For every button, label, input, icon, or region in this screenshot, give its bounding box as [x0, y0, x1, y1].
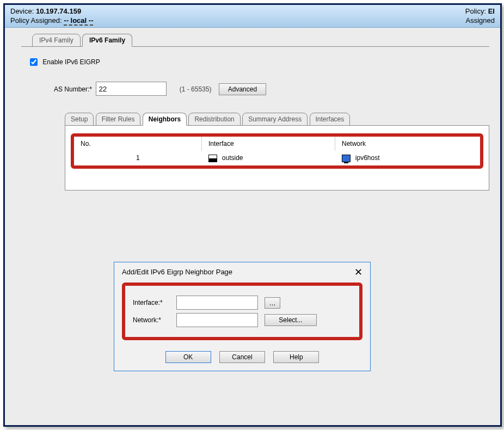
- tab-summary-address[interactable]: Summary Address: [242, 113, 308, 126]
- table-row[interactable]: 1 outside ipv6host: [74, 151, 480, 165]
- dialog-fields-highlight: Interface:* ... Network:* Select...: [122, 283, 362, 340]
- policy-assigned-label: Policy Assigned:: [10, 16, 62, 24]
- col-network: Network: [335, 137, 481, 151]
- device-label: Device:: [10, 7, 34, 15]
- policy-right-label: Policy:: [465, 7, 486, 15]
- host-icon: [342, 155, 351, 162]
- enable-eigrp-row: Enable IPv6 EIGRP: [28, 57, 489, 67]
- network-row: Network:* Select...: [133, 313, 352, 327]
- cell-interface: outside: [202, 151, 335, 165]
- family-tabs: IPv4 Family IPv6 Family: [32, 33, 489, 46]
- app-window: Device: 10.197.74.159 Policy Assigned: -…: [3, 3, 502, 427]
- inner-tabs-container: Setup Filter Rules Neighbors Redistribut…: [65, 112, 489, 191]
- work-area: IPv4 Family IPv6 Family Enable IPv6 EIGR…: [5, 28, 500, 425]
- tab-redistribution[interactable]: Redistribution: [188, 113, 240, 126]
- col-no: No.: [74, 137, 202, 151]
- help-button[interactable]: Help: [273, 351, 319, 363]
- header-right: Policy: EI Assigned: [465, 7, 495, 27]
- dialog-titlebar: Add/Edit IPv6 Eigrp Neighbor Page ✕: [114, 262, 370, 279]
- add-edit-neighbor-dialog: Add/Edit IPv6 Eigrp Neighbor Page ✕ Inte…: [114, 262, 371, 371]
- as-number-hint: (1 - 65535): [180, 85, 212, 93]
- policy-right-value: EI: [488, 7, 495, 15]
- enable-eigrp-checkbox[interactable]: [30, 58, 38, 66]
- neighbors-highlight-box: No. Interface Network 1 outside: [71, 133, 483, 169]
- port-icon: [208, 155, 217, 162]
- cell-network: ipv6host: [335, 151, 481, 165]
- neighbors-panel: No. Interface Network 1 outside: [65, 125, 489, 191]
- tab-interfaces[interactable]: Interfaces: [310, 113, 351, 126]
- interface-input[interactable]: [176, 296, 258, 310]
- cell-no: 1: [74, 151, 202, 165]
- dialog-title: Add/Edit IPv6 Eigrp Neighbor Page: [122, 268, 232, 276]
- neighbors-table: No. Interface Network 1 outside: [74, 137, 480, 165]
- header-left: Device: 10.197.74.159 Policy Assigned: -…: [10, 7, 93, 27]
- assigned-right-label: Assigned: [466, 16, 495, 24]
- tab-setup[interactable]: Setup: [65, 113, 94, 126]
- network-select-button[interactable]: Select...: [265, 314, 317, 326]
- inner-tabs: Setup Filter Rules Neighbors Redistribut…: [65, 112, 489, 125]
- header-bar: Device: 10.197.74.159 Policy Assigned: -…: [5, 5, 500, 28]
- device-value: 10.197.74.159: [36, 7, 81, 15]
- close-icon[interactable]: ✕: [352, 268, 365, 276]
- advanced-button[interactable]: Advanced: [219, 83, 266, 95]
- policy-assigned-value[interactable]: -- local --: [64, 16, 93, 26]
- tab-neighbors[interactable]: Neighbors: [143, 113, 187, 126]
- interface-field-label: Interface:*: [133, 299, 176, 306]
- cancel-button[interactable]: Cancel: [219, 351, 265, 363]
- tab-ipv4-family[interactable]: IPv4 Family: [32, 34, 81, 47]
- as-number-label: AS Number:*: [54, 85, 92, 93]
- interface-row: Interface:* ...: [133, 296, 352, 310]
- cell-network-text: ipv6host: [355, 154, 380, 162]
- col-interface: Interface: [202, 137, 335, 151]
- network-input[interactable]: [176, 313, 258, 327]
- enable-eigrp-label: Enable IPv6 EIGRP: [42, 58, 100, 66]
- network-field-label: Network:*: [133, 316, 176, 324]
- cell-interface-text: outside: [222, 154, 243, 162]
- interface-browse-button[interactable]: ...: [265, 297, 280, 309]
- dialog-actions: OK Cancel Help: [114, 346, 370, 371]
- table-header-row: No. Interface Network: [74, 137, 480, 151]
- tab-filter-rules[interactable]: Filter Rules: [96, 113, 141, 126]
- ok-button[interactable]: OK: [165, 351, 211, 363]
- as-number-row: AS Number:* (1 - 65535) Advanced: [54, 82, 489, 96]
- tab-ipv6-family[interactable]: IPv6 Family: [82, 34, 132, 47]
- as-number-input[interactable]: [96, 82, 167, 96]
